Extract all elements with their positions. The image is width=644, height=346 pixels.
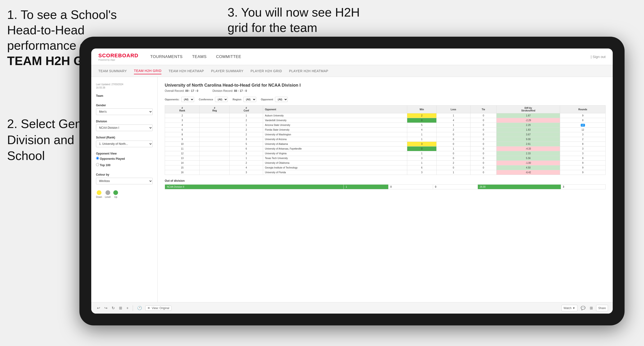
cell-rank: 3 [165,118,200,123]
cell-tie: 0 [470,156,496,161]
subnav-player-h2h-grid[interactable]: PLAYER H2H GRID [250,68,282,74]
nav-committee[interactable]: COMMITTEE [216,53,241,60]
cell-reg [200,161,230,166]
table-row: 6 2 Florida State University 4 2 0 1.83 … [165,128,606,132]
cell-rounds: 3 [560,132,606,137]
col-diff: Diff AvStrokes/Rnd [496,106,560,113]
table-row: 9 3 University of Arizona 1 0 0 9.00 2 [165,137,606,142]
cell-diff: -6.42 [496,170,560,175]
redo-icon[interactable]: ↪ [103,305,108,311]
subnav-player-summary[interactable]: PLAYER SUMMARY [211,68,244,74]
cell-rounds: 3 [560,147,606,151]
col-reg: #Reg [200,106,230,113]
cell-conf: 3 [230,151,263,156]
cell-rounds: 9 [560,156,606,161]
ood-tie: 0 [433,184,478,189]
school-section: School (Rank) 1. University of North... [96,136,153,147]
cell-rank: 10 [165,142,200,147]
cell-loss: 1 [436,123,470,128]
col-rounds: Rounds [560,106,606,113]
cell-rounds: 9 [560,113,606,118]
refresh-icon[interactable]: ↻ [111,305,116,311]
cell-loss: 2 [436,128,470,132]
add-icon[interactable]: + [126,305,130,311]
cell-rounds: 17 [560,123,606,128]
opponent-filter-select[interactable]: (All) [275,97,288,102]
cell-rank: 11 [165,147,200,151]
cell-win: 0 [407,118,436,123]
gender-select[interactable]: Men's Women's [96,108,153,115]
nav-teams[interactable]: TEAMS [192,53,206,60]
cell-conf: 3 [230,170,263,175]
nav-tournaments[interactable]: TOURNAMENTS [150,53,182,60]
watch-button[interactable]: Watch ▼ [562,305,578,311]
filter-row: Opponents: (All) Conference (All) Region [165,97,606,102]
table-row: 4 1 Arizona State University 5 1 0 2.29 … [165,123,606,128]
clock-icon[interactable]: 🕐 [136,305,143,311]
cell-tie: 0 [470,118,496,123]
out-of-division: Out of division NCAA Division II 1 0 0 2… [165,179,606,189]
cell-reg [200,147,230,151]
cell-tie: 0 [470,170,496,175]
subnav-player-h2h-heatmap[interactable]: PLAYER H2H HEATMAP [289,68,328,74]
sign-out[interactable]: | Sign out [591,55,606,59]
region-filter-select[interactable]: (All) [244,97,256,102]
cell-opponent: University of Virginia [263,151,407,156]
ood-row: NCAA Division II 1 0 0 26.00 3 [165,184,606,189]
colour-legend: Down Level Up [96,190,153,198]
colour-by-select[interactable]: Win/loss [96,178,153,184]
cell-rounds: 8 [560,142,606,147]
layout-icon[interactable]: ⊞ [589,305,594,311]
navbar: SCOREBOARD Powered by clippi TOURNAMENTS… [91,48,613,65]
cell-tie: 0 [470,147,496,151]
share-button[interactable]: Share [596,305,608,311]
cell-tie: 0 [470,142,496,147]
legend-level: Level [105,190,111,198]
cell-rank: 16 [165,170,200,175]
radio-opponents-played[interactable]: Opponents Played [96,157,153,161]
cell-opponent: Vanderbilt University [263,118,407,123]
cell-reg [200,132,230,137]
cell-rounds: 12 [560,128,606,132]
cell-win: 3 [407,142,436,147]
cell-conf: 5 [230,142,263,147]
cell-opponent: Auburn University [263,113,407,118]
col-rank: #Rank [165,106,200,113]
cell-tie: 0 [470,161,496,166]
conference-filter-select[interactable]: (All) [215,97,228,102]
table-row: 10 5 University of Alabama 3 0 0 2.61 8 [165,142,606,147]
legend-down: Down [96,190,102,198]
cell-rank: 12 [165,151,200,156]
cell-opponent: University of Arkansas, Fayetteville [263,147,407,151]
cell-rounds: 3 [560,151,606,156]
cell-rank: 2 [165,113,200,118]
opponents-filter-select[interactable]: (All) [181,97,194,102]
table-row: 12 3 University of Virginia 1 0 0 2.33 3 [165,151,606,156]
cell-diff: 4.50 [496,166,560,170]
table-row: 16 3 University of Florida 3 1 0 -6.42 9 [165,170,606,175]
division-select[interactable]: NCAA Division I NCAA Division II NCAA Di… [96,125,153,131]
view-original-button[interactable]: 👁 View: Original [145,306,171,311]
cell-reg [200,128,230,132]
eye-icon: 👁 [148,307,150,310]
radio-top100[interactable]: Top 100 [96,163,153,167]
cell-win: 4 [407,128,436,132]
home-icon[interactable]: ⊞ [118,305,123,311]
col-conf: #Conf [230,106,263,113]
cell-conf: 1 [230,113,263,118]
cell-rank: 15 [165,166,200,170]
subnav-team-summary[interactable]: TEAM SUMMARY [98,68,127,74]
cell-opponent: University of Florida [263,170,407,175]
cell-win: 1 [407,151,436,156]
undo-icon[interactable]: ↩ [96,305,101,311]
cell-rank: 13 [165,156,200,161]
comment-icon[interactable]: 💬 [580,305,586,311]
cell-loss: 0 [436,166,470,170]
school-select[interactable]: 1. University of North... [96,141,153,147]
division-section: Division NCAA Division I NCAA Division I… [96,120,153,131]
cell-conf: 6 [230,147,263,151]
subnav-team-h2h-grid[interactable]: TEAM H2H GRID [134,68,162,74]
nav-items: TOURNAMENTS TEAMS COMMITTEE [150,53,579,60]
subnav-team-h2h-heatmap[interactable]: TEAM H2H HEATMAP [168,68,204,74]
cell-conf: 3 [230,137,263,142]
